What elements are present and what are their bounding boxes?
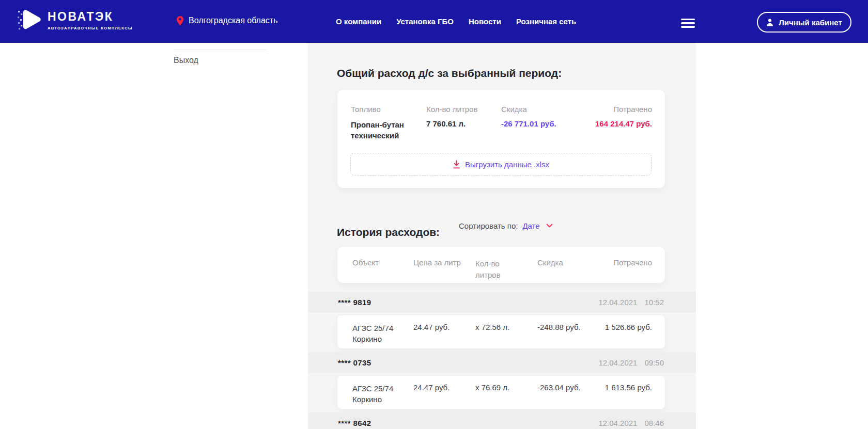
top-navbar: НОВАТЭК АВТОЗАПРАВОЧНЫЕ КОМПЛЕКСЫ Волгог… xyxy=(0,0,868,43)
discount-amount: -263.04 руб. xyxy=(537,383,581,392)
price-per-liter: 24.47 руб. xyxy=(413,323,450,331)
summary-fuel-name: Пропан-бутан технический xyxy=(351,119,415,141)
history-entry-band: **** 9819 12.04.202110:52 xyxy=(308,292,696,312)
entry-time: 08:46 xyxy=(644,419,664,427)
card-number: **** 0735 xyxy=(338,358,371,367)
nav-link-gbo[interactable]: Установка ГБО xyxy=(396,17,454,26)
liters-amount: х 76.69 л. xyxy=(475,383,509,392)
history-row-card: АГЗС 25/74 Коркино 24.47 руб. х 76.69 л.… xyxy=(337,376,665,409)
sort-control: Сортировать по: Дате xyxy=(459,221,553,230)
expenses-panel: Общий расход д/с за выбранный период: То… xyxy=(308,43,696,429)
entry-datetime: 12.04.202110:52 xyxy=(598,298,664,307)
history-col-spent: Потрачено xyxy=(613,258,652,267)
summary-liters-value: 7 760.61 л. xyxy=(426,119,466,128)
download-icon xyxy=(453,160,460,169)
history-header-card: Объект Цена за литр Кол-во литров Скидка… xyxy=(337,247,665,283)
entry-time: 09:50 xyxy=(644,358,664,367)
summary-col-fuel: Топливо xyxy=(351,105,381,114)
logo-title: НОВАТЭК xyxy=(48,10,133,23)
history-col-object: Объект xyxy=(352,258,379,267)
export-xlsx-label: Выгрузить данные .xlsx xyxy=(465,160,549,169)
nav-link-about[interactable]: О компании xyxy=(336,17,381,26)
price-per-liter: 24.47 руб. xyxy=(413,383,450,392)
spent-amount: 1 613.56 руб. xyxy=(605,383,652,392)
spent-amount: 1 526.66 руб. xyxy=(605,323,652,331)
sidebar-logout-link[interactable]: Выход xyxy=(174,56,198,65)
entry-datetime: 12.04.202108:46 xyxy=(598,419,664,427)
history-col-discount: Скидка xyxy=(537,258,563,267)
personal-account-label: Личный кабинет xyxy=(779,18,842,27)
entry-time: 10:52 xyxy=(644,298,664,307)
sidebar-divider xyxy=(173,50,266,50)
summary-card: Топливо Кол-во литров Скидка Потрачено П… xyxy=(337,90,665,188)
region-selector[interactable]: Волгоградская область xyxy=(177,16,278,25)
novatek-triangle-logo-icon xyxy=(17,7,41,34)
sort-by-label: Сортировать по: xyxy=(459,221,518,230)
entry-datetime: 12.04.202109:50 xyxy=(598,358,664,367)
summary-spent-value: 164 214.47 руб. xyxy=(595,119,652,128)
entry-date: 12.04.2021 xyxy=(598,419,637,427)
summary-col-discount: Скидка xyxy=(501,105,527,114)
logo-text: НОВАТЭК АВТОЗАПРАВОЧНЫЕ КОМПЛЕКСЫ xyxy=(48,10,133,30)
logo-subtitle: АВТОЗАПРАВОЧНЫЕ КОМПЛЕКСЫ xyxy=(48,26,133,30)
chevron-down-icon[interactable] xyxy=(546,224,553,228)
summary-title: Общий расход д/с за выбранный период: xyxy=(337,67,562,80)
summary-col-liters: Кол-во литров xyxy=(426,105,477,114)
station-name: АГЗС 25/74 Коркино xyxy=(352,383,404,405)
personal-account-button[interactable]: Личный кабинет xyxy=(757,12,851,33)
history-title: История расходов: xyxy=(337,226,440,239)
account-page: НОВАТЭК АВТОЗАПРАВОЧНЫЕ КОМПЛЕКСЫ Волгог… xyxy=(0,0,868,429)
sort-by-value[interactable]: Дате xyxy=(522,221,539,230)
card-number: **** 8642 xyxy=(338,419,371,427)
history-entry-band: **** 0735 12.04.202109:50 xyxy=(308,352,696,373)
location-pin-icon xyxy=(177,16,183,25)
region-label: Волгоградская область xyxy=(189,16,278,25)
main-nav: О компании Установка ГБО Новости Розничн… xyxy=(336,17,576,26)
novatek-logo[interactable]: НОВАТЭК АВТОЗАПРАВОЧНЫЕ КОМПЛЕКСЫ xyxy=(17,7,133,34)
nav-link-news[interactable]: Новости xyxy=(469,17,501,26)
history-col-liters: Кол-во литров xyxy=(475,258,512,281)
entry-date: 12.04.2021 xyxy=(598,358,637,367)
hamburger-menu-icon[interactable] xyxy=(681,19,695,30)
liters-amount: х 72.56 л. xyxy=(475,323,509,331)
nav-link-retail[interactable]: Розничная сеть xyxy=(516,17,576,26)
card-number: **** 9819 xyxy=(338,298,371,307)
summary-col-spent: Потрачено xyxy=(613,105,652,114)
export-xlsx-button[interactable]: Выгрузить данные .xlsx xyxy=(350,153,652,176)
history-col-price: Цена за литр xyxy=(413,258,461,267)
discount-amount: -248.88 руб. xyxy=(537,323,581,331)
entry-date: 12.04.2021 xyxy=(598,298,637,307)
summary-discount-value: -26 771.01 руб. xyxy=(501,119,556,128)
history-row-card: АГЗС 25/74 Коркино 24.47 руб. х 72.56 л.… xyxy=(337,315,665,348)
history-entry-band: **** 8642 12.04.202108:46 xyxy=(308,412,696,429)
user-icon xyxy=(766,19,773,26)
station-name: АГЗС 25/74 Коркино xyxy=(352,323,404,344)
